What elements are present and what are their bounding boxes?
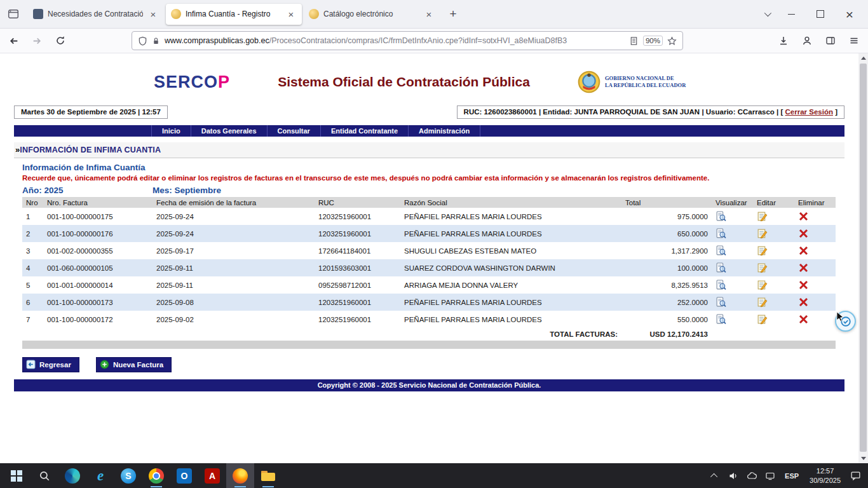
page-scrollbar[interactable] — [858, 53, 868, 463]
window-close-button[interactable] — [835, 0, 864, 28]
sercop-logo: SERCOP — [154, 72, 230, 92]
menu-item-entidad-contratante[interactable]: Entidad Contratante — [321, 125, 409, 137]
cell-razon-social: SUAREZ CORDOVA WASHINGTON DARWIN — [400, 259, 621, 276]
cell-ruc: 1203251960001 — [315, 311, 400, 328]
view-invoice-icon[interactable] — [715, 245, 726, 256]
logout-link[interactable]: Cerrar Sesión — [785, 108, 833, 116]
action-center-button[interactable] — [849, 470, 862, 482]
scrollbar-down-arrow[interactable] — [858, 454, 868, 463]
session-info-bar: Martes 30 de Septiembre de 2025 | 12:57 … — [14, 105, 844, 119]
back-button[interactable] — [3, 30, 24, 51]
tab-catalogo[interactable]: Catálogo electrónico — [304, 4, 440, 25]
new-tab-button[interactable] — [444, 5, 462, 23]
delete-invoice-icon[interactable] — [798, 297, 809, 308]
scrollbar-thumb[interactable] — [860, 64, 867, 452]
menu-item-datos-generales[interactable]: Datos Generales — [191, 125, 268, 137]
regresar-button[interactable]: Regresar — [22, 357, 79, 372]
separator: | — [702, 108, 703, 116]
menu-item-inicio[interactable]: Inicio — [151, 125, 191, 137]
taskbar-skype-button[interactable] — [114, 463, 142, 488]
tab-close-icon[interactable] — [285, 8, 297, 20]
delete-invoice-icon[interactable] — [798, 280, 809, 290]
menu-item-consultar[interactable]: Consultar — [268, 125, 321, 137]
taskbar-clock[interactable]: 12:57 30/9/2025 — [807, 466, 843, 485]
table-row: 5 001-001-000000014 2025-09-11 095259871… — [22, 276, 836, 294]
delete-invoice-icon[interactable] — [798, 245, 809, 256]
taskbar-acrobat-button[interactable] — [198, 463, 226, 488]
tab-infima-cuantia[interactable]: Infima Cuantía - Registro — [166, 4, 302, 25]
cell-factura: 001-001-000000014 — [43, 276, 153, 294]
year-field: Año: 2025 — [22, 186, 153, 195]
cell-razon-social: PEÑAFIEL PARRALES MARIA LOURDES — [400, 311, 621, 328]
language-indicator[interactable]: ESP — [782, 472, 801, 480]
firefox-view-button[interactable] — [4, 4, 23, 24]
delete-invoice-icon[interactable] — [798, 211, 809, 222]
taskbar-explorer-button[interactable] — [254, 463, 282, 488]
tab-close-icon[interactable] — [147, 8, 159, 20]
year-label: Año: — [22, 186, 42, 195]
page-action-icon[interactable] — [629, 36, 639, 46]
url-bar[interactable]: www.compraspublicas.gob.ec/ProcesoContra… — [132, 31, 683, 50]
menu-button[interactable] — [844, 30, 864, 51]
delete-invoice-icon[interactable] — [798, 314, 809, 325]
tracking-protection-shield-icon[interactable] — [138, 36, 147, 46]
start-button[interactable] — [3, 463, 31, 488]
view-invoice-icon[interactable] — [715, 228, 726, 239]
tab-necesidades[interactable]: Necesidades de Contratación y — [28, 4, 164, 25]
delete-invoice-icon[interactable] — [798, 262, 809, 273]
edit-invoice-icon[interactable] — [757, 211, 768, 222]
cell-nro: 5 — [22, 276, 43, 294]
view-invoice-icon[interactable] — [715, 314, 726, 325]
cell-nro: 2 — [22, 225, 43, 242]
tab-close-icon[interactable] — [423, 8, 435, 20]
view-invoice-icon[interactable] — [715, 280, 726, 290]
account-button[interactable] — [797, 30, 817, 51]
view-invoice-icon[interactable] — [715, 211, 726, 222]
gov-line1: GOBIERNO NACIONAL DE — [605, 75, 686, 82]
edit-invoice-icon[interactable] — [757, 262, 768, 273]
taskbar-outlook-button[interactable] — [170, 463, 198, 488]
list-all-tabs-chevron-icon[interactable] — [757, 4, 776, 24]
hidden-icons-button[interactable] — [709, 470, 721, 482]
menu-item-administracion[interactable]: Administración — [409, 125, 480, 137]
edit-invoice-icon[interactable] — [757, 297, 768, 308]
clock-date: 30/9/2025 — [810, 476, 841, 485]
downloads-button[interactable] — [773, 30, 794, 51]
edit-invoice-icon[interactable] — [757, 280, 768, 290]
delete-invoice-icon[interactable] — [798, 228, 809, 239]
reload-button[interactable] — [50, 30, 71, 51]
edit-invoice-icon[interactable] — [757, 314, 768, 325]
taskbar-edge-button[interactable] — [58, 463, 86, 488]
page-title: Sistema Oficial de Contratación Pública — [230, 74, 578, 90]
action-buttons-row: Regresar Nueva Factura — [22, 357, 844, 372]
edit-invoice-icon[interactable] — [757, 228, 768, 239]
view-invoice-icon[interactable] — [715, 297, 726, 308]
url-text[interactable]: www.compraspublicas.gob.ec/ProcesoContra… — [165, 36, 625, 45]
window-maximize-button[interactable] — [806, 0, 835, 28]
forward-button[interactable] — [27, 30, 47, 51]
window-minimize-button[interactable] — [776, 0, 806, 28]
firefox-view-icon — [8, 8, 19, 20]
chrome-icon — [149, 468, 164, 484]
scrollbar-up-arrow[interactable] — [858, 53, 868, 63]
network-button[interactable] — [764, 470, 776, 482]
taskbar-firefox-button[interactable] — [226, 463, 254, 488]
bookmark-star-icon[interactable] — [667, 36, 677, 46]
ecuador-coat-of-arms-icon — [578, 71, 600, 93]
nueva-factura-button[interactable]: Nueva Factura — [96, 357, 172, 372]
mouse-cursor — [836, 311, 846, 324]
site-header: SERCOP Sistema Oficial de Contratación P… — [14, 53, 844, 103]
zoom-level-button[interactable]: 90% — [643, 36, 663, 46]
lock-icon[interactable] — [152, 37, 160, 45]
volume-button[interactable] — [727, 470, 740, 482]
taskbar-search-button[interactable] — [31, 463, 58, 488]
taskbar-chrome-button[interactable] — [142, 463, 170, 488]
tab-favicon — [171, 9, 181, 19]
edit-invoice-icon[interactable] — [757, 245, 768, 256]
cell-total: 650.0000 — [621, 225, 712, 242]
sidebar-panel-button[interactable] — [820, 30, 841, 51]
taskbar-ie-button[interactable] — [86, 463, 114, 488]
tab-title: Necesidades de Contratación y — [48, 10, 143, 18]
onedrive-button[interactable] — [745, 470, 758, 482]
view-invoice-icon[interactable] — [715, 262, 726, 273]
